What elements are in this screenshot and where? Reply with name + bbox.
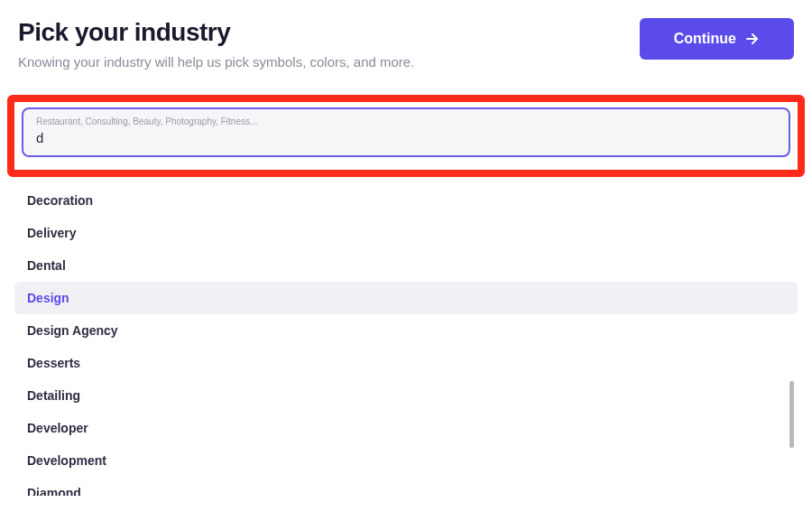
suggestion-item[interactable]: Developer xyxy=(14,412,798,444)
continue-button-label: Continue xyxy=(674,31,736,47)
page-title: Pick your industry xyxy=(18,18,640,47)
suggestion-item[interactable]: Delivery xyxy=(14,217,798,249)
suggestion-item[interactable]: Detailing xyxy=(14,379,798,412)
search-highlight-box: Restaurant, Consulting, Beauty, Photogra… xyxy=(7,95,805,177)
industry-search-input[interactable] xyxy=(36,130,776,145)
suggestion-item[interactable]: Design Agency xyxy=(14,314,798,347)
arrow-right-icon xyxy=(745,32,760,46)
scrollbar[interactable] xyxy=(789,381,794,448)
suggestion-item[interactable]: Development xyxy=(14,444,798,477)
suggestion-item[interactable]: Desserts xyxy=(14,347,798,379)
page-subtitle: Knowing your industry will help us pick … xyxy=(18,54,640,70)
suggestions-list: DecorationDeliveryDentalDesignDesign Age… xyxy=(14,184,798,496)
suggestion-item[interactable]: Decoration xyxy=(14,184,798,217)
suggestion-item[interactable]: Design xyxy=(14,282,798,314)
suggestion-item[interactable]: Diamond xyxy=(14,477,798,496)
search-placeholder-label: Restaurant, Consulting, Beauty, Photogra… xyxy=(36,116,776,126)
search-container[interactable]: Restaurant, Consulting, Beauty, Photogra… xyxy=(22,107,790,157)
suggestion-item[interactable]: Dental xyxy=(14,249,798,282)
continue-button[interactable]: Continue xyxy=(640,18,794,60)
